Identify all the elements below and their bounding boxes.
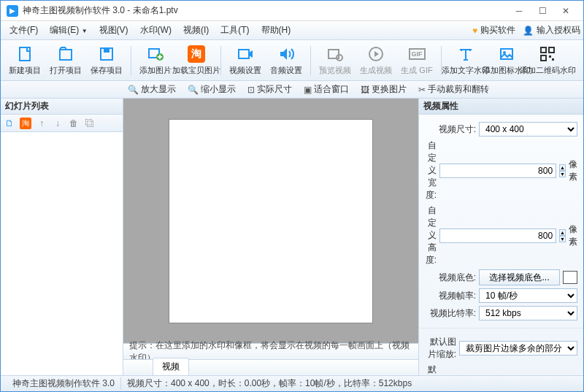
slide-list-tools: 🗋 淘 ↑ ↓ 🗑 ⿻: [1, 115, 123, 132]
bitrate-select[interactable]: 512 kbps: [479, 306, 577, 320]
video-props-header: 视频属性: [419, 99, 583, 115]
copy-slide-icon[interactable]: ⿻: [84, 118, 96, 129]
video-settings-button[interactable]: 视频设置: [226, 42, 265, 80]
preview-video-button[interactable]: 预览视频: [315, 42, 355, 80]
menubar: 文件(F) 编辑(E) ▼ 视图(V) 水印(W) 视频(I) 工具(T) 帮助…: [1, 21, 583, 40]
maximize-button[interactable]: ☐: [531, 4, 554, 18]
tip-bar: 提示：在这里添加的水印和像框，将会显示在视频的每一帧画面上（视频水印）: [123, 343, 418, 359]
titlebar: ▶ 神奇主图视频制作软件 3.0 - 未命名1.ptv ─ ☐ ✕: [1, 1, 583, 21]
tab-video[interactable]: 视频: [153, 358, 189, 375]
app-logo-icon: ▶: [7, 5, 18, 17]
buy-link[interactable]: ♥购买软件: [472, 24, 515, 36]
slide-list[interactable]: [1, 132, 123, 375]
zoom-out-icon: 🔍: [188, 85, 199, 95]
size-select[interactable]: 400 x 400: [479, 122, 577, 137]
new-file-icon: [15, 45, 34, 64]
anim-label: 默认动画时长:: [425, 364, 437, 375]
text-watermark-button[interactable]: 添加文字水印: [446, 42, 485, 80]
taobao-icon: 淘: [187, 45, 206, 64]
height-spinner[interactable]: ▲▼: [559, 229, 566, 242]
slide-list-header: 幻灯片列表: [1, 99, 123, 115]
right-panel: 视频属性 视频尺寸:400 x 400 自定义宽度:▲▼像素 自定义高度:▲▼像…: [418, 99, 583, 375]
generate-video-button[interactable]: 生成视频: [356, 42, 396, 80]
menu-file[interactable]: 文件(F): [4, 22, 44, 39]
svg-rect-0: [20, 47, 30, 61]
menu-video[interactable]: 视频(I): [177, 22, 215, 39]
zoom-in-icon: 🔍: [128, 85, 139, 95]
main-area: 幻灯片列表 🗋 淘 ↑ ↓ 🗑 ⿻ 提示：在这里添加的水印和像框，将会显示在视频…: [1, 99, 583, 375]
gif-icon: GIF: [407, 45, 426, 64]
height-label: 自定义高度:: [425, 204, 437, 266]
move-down-icon[interactable]: ↓: [52, 118, 64, 129]
main-toolbar: 新建项目 打开项目 保存项目 添加图片 淘加载宝贝图片 视频设置 音频设置 预览…: [1, 40, 583, 81]
scale-label: 默认图片缩放:: [425, 336, 456, 361]
image-wm-icon: [497, 45, 516, 64]
menu-tools[interactable]: 工具(T): [215, 22, 255, 39]
actual-icon: ⊡: [247, 85, 255, 95]
add-slide-icon[interactable]: 🗋: [4, 118, 15, 129]
change-icon: 🖼: [361, 85, 369, 95]
open-folder-icon: [56, 45, 75, 64]
left-panel: 幻灯片列表 🗋 淘 ↑ ↓ 🗑 ⿻: [1, 99, 123, 375]
audio-settings-button[interactable]: 音频设置: [266, 42, 306, 80]
width-spinner[interactable]: ▲▼: [559, 164, 566, 177]
open-project-button[interactable]: 打开项目: [46, 42, 85, 80]
auth-link[interactable]: 👤输入授权码: [523, 24, 580, 36]
add-image-icon: [146, 45, 165, 64]
save-project-button[interactable]: 保存项目: [87, 42, 126, 80]
bg-color-swatch[interactable]: [563, 271, 577, 284]
width-input[interactable]: [439, 164, 556, 178]
generate-icon: [366, 45, 385, 64]
svg-rect-16: [552, 58, 554, 61]
generate-gif-button[interactable]: GIF生成 GIF: [397, 42, 437, 80]
zoom-in-button[interactable]: 🔍放大显示: [123, 82, 180, 97]
manual-crop-button[interactable]: ✂手动裁剪和翻转: [414, 82, 493, 97]
delete-slide-icon[interactable]: 🗑: [68, 118, 80, 129]
user-icon: 👤: [523, 26, 534, 36]
svg-rect-1: [60, 50, 72, 60]
height-input[interactable]: [439, 228, 556, 243]
change-image-button[interactable]: 🖼更换图片: [356, 82, 411, 97]
bg-color-button[interactable]: 选择视频底色...: [479, 269, 560, 285]
preview-icon: [326, 45, 345, 64]
crop-icon: ✂: [418, 85, 426, 95]
heart-icon: ♥: [472, 26, 477, 36]
menu-view[interactable]: 视图(V): [93, 22, 134, 39]
qr-icon: [538, 45, 557, 64]
fit-window-button[interactable]: ▣适合窗口: [299, 82, 353, 97]
actual-size-button[interactable]: ⊡实际尺寸: [243, 82, 296, 97]
audio-icon: [277, 45, 296, 64]
fps-select[interactable]: 10 帧/秒: [479, 288, 577, 303]
menu-watermark[interactable]: 水印(W): [134, 22, 177, 39]
canvas-area: [123, 99, 418, 343]
zoom-out-button[interactable]: 🔍缩小显示: [183, 82, 240, 97]
bitrate-label: 视频比特率:: [425, 307, 476, 320]
minimize-button[interactable]: ─: [507, 4, 531, 18]
close-button[interactable]: ✕: [554, 4, 577, 18]
scale-select[interactable]: 裁剪图片边缘多余的部分: [459, 341, 577, 356]
save-icon: [97, 45, 116, 64]
status-bar: 神奇主图视频制作软件 3.0 视频尺寸：400 x 400，时长：0.00秒，帧…: [1, 375, 583, 391]
load-taobao-button[interactable]: 淘加载宝贝图片: [177, 42, 216, 80]
qr-watermark-button[interactable]: 添加二维码水印: [528, 42, 567, 80]
svg-rect-14: [541, 55, 546, 61]
new-project-button[interactable]: 新建项目: [5, 42, 45, 80]
taobao-slide-icon[interactable]: 淘: [20, 118, 31, 129]
text-icon: [456, 45, 475, 64]
svg-rect-6: [239, 50, 249, 58]
add-image-button[interactable]: 添加图片: [136, 42, 175, 80]
fit-icon: ▣: [304, 85, 312, 95]
menu-help[interactable]: 帮助(H): [256, 22, 297, 39]
svg-rect-10: [501, 49, 512, 59]
svg-rect-12: [541, 47, 546, 53]
width-label: 自定义宽度:: [425, 139, 437, 201]
bottom-tabs: 视频: [123, 359, 418, 375]
bg-label: 视频底色:: [425, 272, 476, 284]
move-up-icon[interactable]: ↑: [36, 118, 47, 129]
status-app: 神奇主图视频制作软件 3.0: [7, 377, 121, 390]
menu-edit[interactable]: 编辑(E) ▼: [44, 22, 93, 39]
fps-label: 视频帧率:: [425, 290, 476, 302]
status-info: 视频尺寸：400 x 400，时长：0.00秒，帧率：10帧/秒，比特率：512…: [121, 377, 418, 390]
preview-canvas[interactable]: [169, 119, 373, 323]
video-settings-icon: [236, 45, 255, 64]
